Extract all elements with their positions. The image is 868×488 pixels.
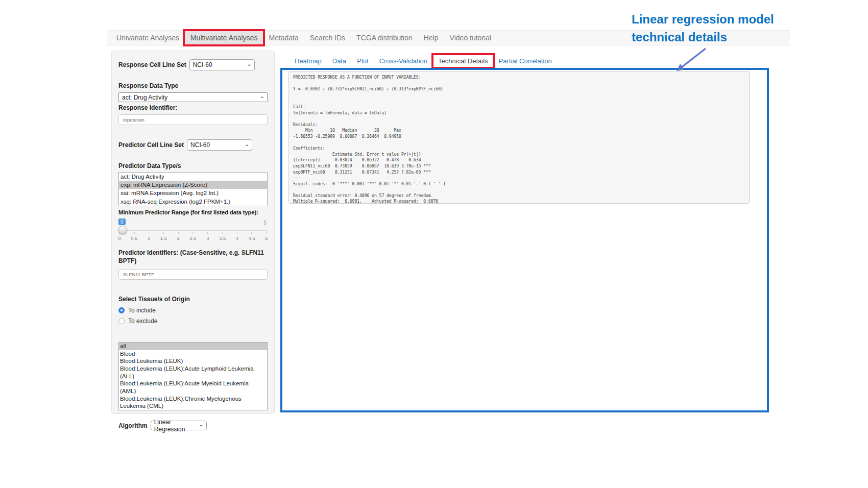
page: { "annotation": { "line1": "Linear regre… xyxy=(0,0,868,488)
response-identifier-label: Response Identifier: xyxy=(118,104,268,112)
algorithm-row: Algorithm Linear Regression ⌄ xyxy=(118,421,268,430)
selected-value: NCI-60 xyxy=(190,141,210,149)
radio-selected-icon xyxy=(118,307,125,313)
regression-output-text: PREDICTED RESPONSE AS A FUNCTION OF INPU… xyxy=(288,71,750,204)
tab-heatmap[interactable]: Heatmap xyxy=(295,57,322,65)
chevron-down-icon: ⌄ xyxy=(199,422,203,427)
response-cell-line-set-row: Response Cell Line Set NCI-60 ⌄ xyxy=(118,59,268,70)
slider-track[interactable] xyxy=(118,230,268,231)
selected-value: Linear Regression xyxy=(154,419,199,433)
listbox-option-selected[interactable]: all xyxy=(119,343,267,350)
predictor-cell-line-set-select[interactable]: NCI-60 ⌄ xyxy=(187,139,252,151)
technical-details-panel: PREDICTED RESPONSE AS A FUNCTION OF INPU… xyxy=(280,68,769,412)
nav-item-metadata[interactable]: Metadata xyxy=(263,31,304,45)
listbox-option-selected[interactable]: exp: mRNA Expression (Z-Score) xyxy=(119,181,267,189)
results-tabbar: Heatmap Data Plot Cross-Validation Techn… xyxy=(295,54,563,67)
tissue-origin-label: Select Tissue/s of Origin xyxy=(118,295,268,303)
chevron-down-icon: ⌄ xyxy=(260,93,264,99)
annotation-text: Linear regression model technical detail… xyxy=(632,10,774,46)
listbox-option[interactable]: Blood:Leukemia (LEUK):Acute Lymphoid Leu… xyxy=(119,365,267,380)
radio-unselected-icon xyxy=(118,318,125,324)
slider-ticks xyxy=(119,232,267,234)
annotation-arrow-icon xyxy=(672,46,712,75)
radio-to-exclude[interactable]: To exclude xyxy=(118,318,268,325)
slider-value-badge: 0 xyxy=(118,218,126,225)
predictor-data-types-listbox: act: Drug Activity exp: mRNA Expression … xyxy=(118,172,268,206)
nav-item-help[interactable]: Help xyxy=(418,31,444,45)
listbox-option[interactable]: Blood:Leukemia (LEUK):Acute Myeloid Leuk… xyxy=(119,380,267,395)
chevron-down-icon: ⌄ xyxy=(245,141,249,147)
annotation-line2: technical details xyxy=(632,28,774,46)
tab-partial-correlation[interactable]: Partial Correlation xyxy=(499,57,552,65)
listbox-option[interactable]: xsq: RNA-seq Expression (log2 FPKM+1.) xyxy=(119,198,267,206)
nav-item-univariate-analyses[interactable]: Univariate Analyses xyxy=(111,31,185,45)
response-identifier-input[interactable]: topotecan xyxy=(118,114,268,125)
radio-label: To include xyxy=(128,307,156,314)
radio-to-include[interactable]: To include xyxy=(118,307,268,314)
slider-max-label: 5 xyxy=(263,220,267,226)
response-cell-line-set-select[interactable]: NCI-60 ⌄ xyxy=(189,59,255,70)
predictor-data-types-label: Predictor Data Type/s xyxy=(118,162,268,170)
predictor-identifiers-label: Predictor Identifiers: (Case-Sensitive, … xyxy=(118,249,268,265)
tab-label: Technical Details xyxy=(438,57,488,65)
tab-cross-validation[interactable]: Cross-Validation xyxy=(379,57,427,65)
algorithm-select[interactable]: Linear Regression ⌄ xyxy=(151,421,207,430)
listbox-option[interactable]: xai: mRNA Expression (Avg. log2 Int.) xyxy=(119,189,267,197)
predictor-cell-line-set-label: Predictor Cell Line Set xyxy=(118,141,184,149)
tab-plot[interactable]: Plot xyxy=(357,57,368,65)
listbox-option[interactable]: act: Drug Activity xyxy=(119,173,267,181)
selected-value: act: Drug Activity xyxy=(122,94,167,101)
min-predictor-range-label: Minimum Predictor Range (for first liste… xyxy=(118,208,268,216)
nav-item-tcga-distribution[interactable]: TCGA distribution xyxy=(351,31,418,45)
radio-label: To exclude xyxy=(128,318,157,325)
sidebar-panel: Response Cell Line Set NCI-60 ⌄ Response… xyxy=(111,51,275,414)
listbox-option[interactable]: Blood xyxy=(119,350,267,358)
nav-item-label: Multivariate Analyses xyxy=(190,34,258,42)
response-cell-line-set-label: Response Cell Line Set xyxy=(118,61,186,69)
predictor-identifiers-input[interactable]: SLFN11 BPTF xyxy=(118,269,268,280)
nav-item-video-tutorial[interactable]: Video tutorial xyxy=(444,31,497,45)
min-predictor-range-slider: 0 5 0 0.5 1 1.5 2 2.5 3 3.5 4 4.5 5 xyxy=(118,218,268,242)
listbox-option[interactable]: Blood:Leukemia (LEUK) xyxy=(119,357,267,365)
annotation-line1: Linear regression model xyxy=(632,10,774,28)
chevron-down-icon: ⌄ xyxy=(247,61,251,67)
slider-tick-labels: 0 0.5 1 1.5 2 2.5 3 3.5 4 4.5 5 xyxy=(114,235,272,241)
algorithm-label: Algorithm xyxy=(118,422,148,430)
tissue-origin-listbox: all Blood Blood:Leukemia (LEUK) Blood:Le… xyxy=(118,342,268,410)
response-data-type-select[interactable]: act: Drug Activity ⌄ xyxy=(118,92,268,102)
nav-item-multivariate-analyses[interactable]: Multivariate Analyses xyxy=(185,31,263,45)
predictor-cell-line-set-row: Predictor Cell Line Set NCI-60 ⌄ xyxy=(118,139,268,151)
slider-handle[interactable] xyxy=(118,226,127,234)
tab-data[interactable]: Data xyxy=(332,57,346,65)
selected-value: NCI-60 xyxy=(193,61,212,68)
response-data-type-label: Response Data Type xyxy=(118,82,268,90)
listbox-option[interactable]: Blood:Leukemia (LEUK):Chronic Myelogenou… xyxy=(119,395,267,410)
tab-technical-details[interactable]: Technical Details xyxy=(438,57,488,65)
nav-item-search-ids[interactable]: Search IDs xyxy=(304,31,351,45)
